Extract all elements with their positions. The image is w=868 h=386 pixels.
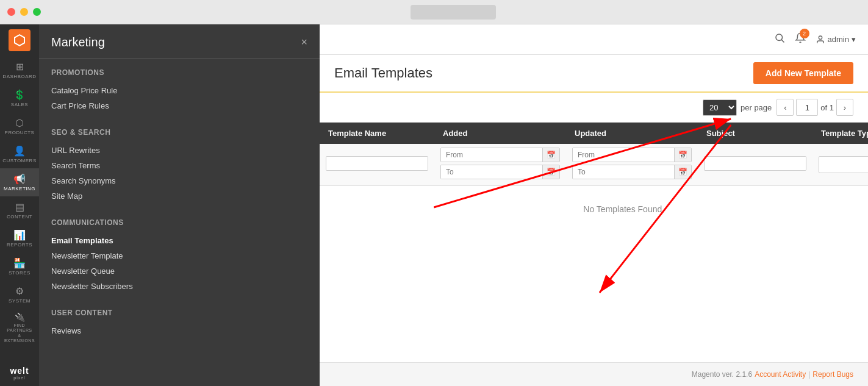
sidebar-item-sales[interactable]: 💲 SALES [0,84,39,112]
calendar-added-from-icon[interactable]: 📅 [542,148,559,162]
notifications-icon[interactable]: 2 [795,32,806,46]
sidebar-item-customers[interactable]: 👤 CUSTOMERS [0,140,39,168]
account-activity-link[interactable]: Account Activity [755,370,806,379]
user-content-section-title: User Content [51,309,307,317]
content-icon: ▤ [15,201,24,213]
footer-separator: | [808,370,810,379]
email-templates-link[interactable]: Email Templates [51,233,307,248]
newsletter-template-link[interactable]: Newsletter Template [51,248,307,263]
newsletter-queue-link[interactable]: Newsletter Queue [51,263,307,279]
panel-close-button[interactable]: × [301,36,307,49]
app-wrapper: ⊞ DASHBOARD 💲 SALES ⬡ PRODUCTS 👤 CUSTOME… [0,24,868,386]
titlebar [0,0,868,24]
products-icon: ⬡ [15,117,24,129]
sidebar-footer: welt pixel [10,360,29,386]
window-title-bar [411,5,496,20]
report-bugs-link[interactable]: Report Bugs [812,370,853,379]
filter-added-to-wrap: 📅 [440,165,560,179]
filter-subject-cell [698,144,812,186]
page-title: Email Templates [334,65,432,81]
filter-template-name-input[interactable] [326,157,428,170]
table-wrap: Template Name Added Updated Subject Temp… [320,123,868,362]
calendar-updated-to-icon[interactable]: 📅 [674,165,691,179]
sidebar-item-system[interactable]: ⚙ SYSTEM [0,281,39,309]
sidebar-item-products[interactable]: ⬡ PRODUCTS [0,112,39,140]
calendar-updated-from-icon[interactable]: 📅 [674,148,691,162]
panel-header: Marketing × [39,24,320,59]
filter-updated-to-input[interactable] [573,165,674,179]
admin-dropdown-icon: ▾ [852,35,856,44]
stores-icon: 🏪 [13,257,26,269]
welt-logo: welt [10,366,29,376]
filter-template-name-cell [320,144,434,186]
communications-section: Communications Email Templates Newslette… [39,209,320,299]
seo-column: SEO & Search URL Rewrites Search Terms S… [51,118,307,209]
extensions-icon: 🔌 [15,312,25,322]
site-map-link[interactable]: Site Map [51,188,298,204]
per-page-select[interactable]: 20 50 100 [703,99,737,116]
admin-user-menu[interactable]: admin ▾ [816,35,856,45]
main-content: 2 admin ▾ Email Templates Add New Templa… [320,24,868,386]
search-terms-link[interactable]: Search Terms [51,158,298,173]
filter-updated-from-input[interactable] [573,148,674,162]
main-topbar: 2 admin ▾ [320,24,868,55]
sidebar-label-customers: CUSTOMERS [2,158,36,163]
sidebar-item-content[interactable]: ▤ CONTENT [0,196,39,224]
col-template-name: Template Name [320,123,434,144]
sidebar-label-content: CONTENT [7,214,32,220]
filter-template-type-wrap [819,156,868,173]
notifications-badge: 2 [800,29,809,38]
filter-template-type-cell [812,144,868,186]
add-new-template-button[interactable]: Add New Template [753,62,853,84]
cart-price-rules-link[interactable]: Cart Price Rules [51,98,307,113]
search-synonyms-link[interactable]: Search Synonyms [51,173,298,188]
sidebar-label-extensions: FIND PARTNERS& EXTENSIONS [2,323,37,344]
per-page-control: 20 50 100 per page [703,99,772,116]
magento-logo[interactable] [9,29,30,51]
search-icon[interactable] [774,32,785,46]
no-data-row: No Templates Found [320,186,868,233]
filter-added-from-input[interactable] [441,148,542,162]
minimize-button[interactable] [20,8,28,16]
catalog-price-rule-link[interactable]: Catalog Price Rule [51,83,307,98]
newsletter-subscribers-link[interactable]: Newsletter Subscribers [51,279,307,294]
maximize-button[interactable] [33,8,41,16]
page-header: Email Templates Add New Template [320,55,868,93]
sales-icon: 💲 [13,89,26,101]
sidebar-item-dashboard[interactable]: ⊞ DASHBOARD [0,56,39,84]
pagination: ‹ 1 of 1 › [777,99,853,116]
sidebar-label-marketing: MARKETING [4,186,35,191]
table-header-row: Template Name Added Updated Subject Temp… [320,123,868,144]
sidebar-item-reports[interactable]: 📊 REPORTS [0,224,39,252]
prev-page-button[interactable]: ‹ [777,99,794,116]
filter-added-from-wrap: 📅 [440,148,560,162]
system-icon: ⚙ [15,285,24,297]
no-data-message: No Templates Found [320,186,868,233]
main-footer: Magento ver. 2.1.6 Account Activity | Re… [320,362,868,386]
sidebar-item-marketing[interactable]: 📢 MARKETING [0,168,39,196]
reviews-link[interactable]: Reviews [51,323,307,338]
welt-sub: pixel [13,376,25,380]
filter-subject-input[interactable] [705,157,806,170]
calendar-added-to-icon[interactable]: 📅 [542,165,559,179]
sidebar-label-system: SYSTEM [9,298,30,304]
filter-updated-cell: 📅 📅 [566,144,698,186]
next-page-button[interactable]: › [836,99,853,116]
dashboard-icon: ⊞ [16,61,24,73]
svg-point-0 [776,34,783,41]
filter-updated-to-wrap: 📅 [572,165,692,179]
sidebar-item-extensions[interactable]: 🔌 FIND PARTNERS& EXTENSIONS [0,309,39,348]
filter-added-to-input[interactable] [441,165,542,179]
filter-template-type-select[interactable] [819,156,868,173]
magento-version: Magento ver. 2.1.6 [692,370,752,379]
url-rewrites-link[interactable]: URL Rewrites [51,143,298,158]
seo-section-title: SEO & Search [51,128,298,137]
filter-subject-wrap [704,156,806,171]
filter-updated-from-wrap: 📅 [572,148,692,162]
marketing-icon: 📢 [13,173,26,185]
sidebar-item-stores[interactable]: 🏪 STORES [0,252,39,281]
promotions-section-title: Promotions [51,68,307,77]
close-button[interactable] [7,8,15,16]
table-controls: 20 50 100 per page ‹ 1 of 1 › [320,93,868,123]
page-of-label: of 1 [820,103,834,112]
